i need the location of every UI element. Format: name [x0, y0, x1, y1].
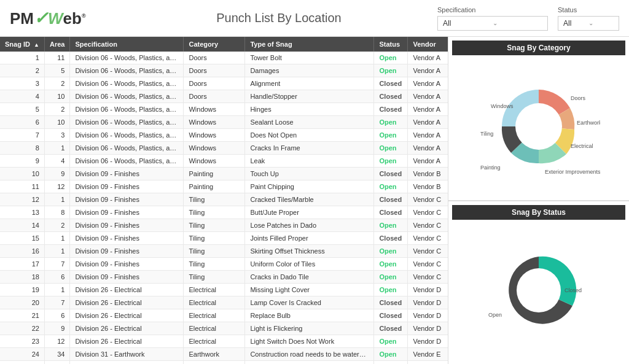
table-row: 1 11 Division 06 - Woods, Plastics, and …	[0, 52, 448, 64]
cell-type: Handle/Stopper	[245, 90, 374, 103]
col-vendor[interactable]: Vendor	[408, 37, 448, 52]
cell-id: 4	[0, 90, 44, 103]
cell-type: Light Switch Does Not Work	[245, 335, 374, 348]
col-area[interactable]: Area	[44, 37, 69, 52]
cell-vendor: Vendor A	[408, 103, 448, 116]
cell-vendor: Vendor E	[408, 361, 448, 365]
cell-vendor: Vendor C	[408, 193, 448, 206]
cell-type: Hinges	[245, 103, 374, 116]
table-row: 7 3 Division 06 - Woods, Plastics, and C…	[0, 129, 448, 142]
cell-area: 10	[44, 90, 69, 103]
cell-status: Closed	[374, 296, 408, 309]
table-row: 21 6 Division 26 - Electrical Electrical…	[0, 309, 448, 322]
cell-type: Lose Patches in Dado	[245, 219, 374, 232]
cell-status: Open	[374, 361, 408, 365]
cell-status: Closed	[374, 322, 408, 335]
cell-vendor: Vendor A	[408, 64, 448, 77]
table-row: 2 5 Division 06 - Woods, Plastics, and C…	[0, 64, 448, 77]
logo-area: PM✓Web®	[10, 8, 120, 28]
cell-spec: Division 09 - Finishes	[70, 271, 184, 284]
specification-filter-group: Specification All ⌄	[437, 6, 548, 31]
sort-icon: ▲	[34, 42, 39, 48]
table-row: 10 9 Division 09 - Finishes Painting Tou…	[0, 168, 448, 180]
cell-id: 14	[0, 219, 44, 232]
cell-spec: Division 09 - Finishes	[70, 193, 184, 206]
table-row: 23 12 Division 26 - Electrical Electrica…	[0, 335, 448, 348]
table-body: 1 11 Division 06 - Woods, Plastics, and …	[0, 52, 448, 364]
status-chart-title: Snag By Status	[452, 205, 625, 220]
cell-area: 2	[44, 219, 69, 232]
specification-select[interactable]: All ⌄	[437, 16, 548, 31]
cell-type: Tower Bolt	[245, 52, 374, 64]
cell-id: 23	[0, 335, 44, 348]
tiling-label: Tiling	[480, 131, 493, 137]
cell-id: 10	[0, 168, 44, 180]
cell-status: Closed	[374, 168, 408, 180]
closed-status-label: Closed	[565, 287, 582, 293]
cell-id: 7	[0, 129, 44, 142]
cell-type: Cracks In Frame	[245, 142, 374, 155]
cell-area: 6	[44, 309, 69, 322]
cell-vendor: Vendor C	[408, 219, 448, 232]
right-panel: Snag By Category	[448, 37, 629, 364]
cell-type: Skirting Offset Thickness	[245, 245, 374, 258]
cell-spec: Division 26 - Electrical	[70, 322, 184, 335]
cell-type: Does Not Open	[245, 129, 374, 142]
cell-category: Doors	[184, 64, 245, 77]
cell-spec: Division 06 - Woods, Plastics, and Compo…	[70, 77, 184, 90]
cell-vendor: Vendor A	[408, 116, 448, 129]
cell-id: 25	[0, 361, 44, 365]
cell-type: Grade not brought up to proper grading	[245, 361, 374, 365]
cell-status: Open	[374, 335, 408, 348]
cell-category: Tiling	[184, 245, 245, 258]
table-row: 12 1 Division 09 - Finishes Tiling Crack…	[0, 193, 448, 206]
cell-spec: Division 09 - Finishes	[70, 219, 184, 232]
cell-area: 34	[44, 361, 69, 365]
table-row: 15 1 Division 09 - Finishes Tiling Joint…	[0, 232, 448, 245]
cell-status: Open	[374, 284, 408, 296]
col-category[interactable]: Category	[184, 37, 245, 52]
cell-status: Closed	[374, 309, 408, 322]
cell-vendor: Vendor C	[408, 245, 448, 258]
cell-vendor: Vendor B	[408, 180, 448, 193]
cell-status: Closed	[374, 232, 408, 245]
svg-point-1	[517, 268, 561, 312]
col-type[interactable]: Type of Snag	[245, 37, 374, 52]
cell-status: Open	[374, 52, 408, 64]
status-select[interactable]: All ⌄	[558, 16, 619, 31]
doors-label: Doors	[571, 95, 586, 101]
table-row: 16 1 Division 09 - Finishes Tiling Skirt…	[0, 245, 448, 258]
specification-label: Specification	[437, 6, 548, 14]
cell-spec: Division 09 - Finishes	[70, 258, 184, 271]
col-specification[interactable]: Specification	[70, 37, 184, 52]
cell-spec: Division 06 - Woods, Plastics, and Compo…	[70, 142, 184, 155]
cell-area: 12	[44, 180, 69, 193]
cell-category: Earthwork	[184, 361, 245, 365]
cell-spec: Division 06 - Woods, Plastics, and Compo…	[70, 103, 184, 116]
cell-id: 13	[0, 206, 44, 219]
cell-id: 22	[0, 322, 44, 335]
cell-area: 4	[44, 155, 69, 168]
cell-category: Windows	[184, 116, 245, 129]
cell-area: 6	[44, 271, 69, 284]
cell-area: 1	[44, 284, 69, 296]
col-status[interactable]: Status	[374, 37, 408, 52]
col-snag-id[interactable]: Snag ID ▲	[0, 37, 44, 52]
cell-type: Leak	[245, 155, 374, 168]
cell-status: Open	[374, 219, 408, 232]
cell-area: 2	[44, 77, 69, 90]
cell-type: Cracked Tiles/Marble	[245, 193, 374, 206]
cell-vendor: Vendor D	[408, 309, 448, 322]
cell-area: 2	[44, 103, 69, 116]
table-header: Snag ID ▲ Area Specification Category Ty…	[0, 37, 448, 52]
cell-type: Sealant Loose	[245, 116, 374, 129]
cell-vendor: Vendor A	[408, 142, 448, 155]
cell-type: Missing Light Cover	[245, 284, 374, 296]
cell-spec: Division 06 - Woods, Plastics, and Compo…	[70, 52, 184, 64]
table-row: 22 9 Division 26 - Electrical Electrical…	[0, 322, 448, 335]
table-row: 13 8 Division 09 - Finishes Tiling Butt/…	[0, 206, 448, 219]
cell-id: 16	[0, 245, 44, 258]
cell-vendor: Vendor D	[408, 335, 448, 348]
cell-type: Uniform Color of Tiles	[245, 258, 374, 271]
cell-status: Open	[374, 155, 408, 168]
